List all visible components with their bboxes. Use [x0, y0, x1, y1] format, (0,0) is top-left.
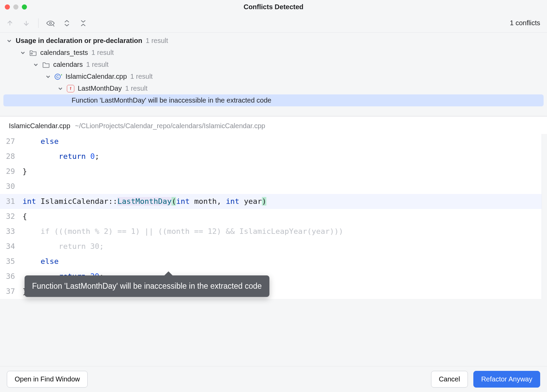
- line-number: 27: [0, 134, 18, 149]
- tree-row-folder[interactable]: calendars 1 result: [0, 59, 547, 71]
- window-title: Conflicts Detected: [0, 3, 547, 11]
- titlebar: Conflicts Detected: [0, 0, 547, 14]
- project-icon: [29, 49, 37, 57]
- svg-text:C: C: [56, 75, 59, 79]
- line-number: 31: [0, 194, 18, 209]
- tree-count: 1 result: [125, 85, 148, 92]
- tree-count: 1 result: [86, 61, 109, 69]
- chevron-down-icon[interactable]: [57, 86, 63, 92]
- code-line: 34 return 30;: [0, 239, 547, 254]
- tree-count: 1 result: [91, 49, 114, 57]
- cancel-button[interactable]: Cancel: [431, 371, 468, 388]
- code-line: 32 {: [0, 209, 547, 224]
- svg-text:+: +: [61, 73, 62, 77]
- code-line-highlighted: 31 int IslamicCalendar::LastMonthDay(int…: [0, 194, 547, 209]
- folder-icon: [42, 61, 50, 69]
- minimize-window-button[interactable]: [13, 4, 18, 10]
- tree-row-function[interactable]: f LastMonthDay 1 result: [0, 82, 547, 94]
- editor-file-name: IslamicCalendar.cpp: [9, 122, 70, 130]
- line-number: 37: [0, 284, 18, 299]
- svg-point-1: [31, 53, 32, 54]
- tree-row-project[interactable]: calendars_tests 1 result: [0, 47, 547, 59]
- line-number: 34: [0, 239, 18, 254]
- collapse-all-icon[interactable]: [79, 19, 88, 28]
- editor-file-path: ~/CLionProjects/Calendar_repo/calendars/…: [75, 122, 265, 130]
- maximize-window-button[interactable]: [22, 4, 27, 10]
- line-number: 36: [0, 269, 18, 284]
- chevron-down-icon[interactable]: [45, 74, 51, 80]
- code-line: 35 else: [0, 254, 547, 269]
- line-number: 29: [0, 164, 18, 179]
- conflict-count: 1 conflicts: [510, 19, 542, 27]
- code-line: 29 }: [0, 164, 547, 179]
- tree-row-file[interactable]: C+ IslamicCalendar.cpp 1 result: [0, 71, 547, 82]
- scrollbar[interactable]: [542, 134, 547, 299]
- tree-label: LastMonthDay: [78, 85, 122, 92]
- editor-header: IslamicCalendar.cpp ~/CLionProjects/Cale…: [0, 117, 547, 134]
- line-number: 32: [0, 209, 18, 224]
- toolbar: 1 conflicts: [0, 14, 547, 33]
- tree-count: 1 result: [146, 37, 168, 45]
- close-window-button[interactable]: [5, 4, 10, 10]
- tree-label: calendars: [53, 61, 83, 69]
- tree-row-root[interactable]: Usage in declaration or pre-declaration …: [0, 35, 547, 47]
- prev-occurrence-icon[interactable]: [5, 19, 14, 28]
- function-icon: f: [67, 85, 74, 92]
- open-in-find-button[interactable]: Open in Find Window: [7, 371, 88, 388]
- toolbar-separator: [38, 18, 39, 28]
- traffic-lights: [5, 4, 27, 10]
- line-number: 30: [0, 179, 18, 194]
- expand-collapse-icon[interactable]: [62, 19, 71, 28]
- next-occurrence-icon[interactable]: [22, 19, 31, 28]
- tree-label: Usage in declaration or pre-declaration: [16, 37, 142, 45]
- refactor-anyway-button[interactable]: Refactor Anyway: [473, 371, 540, 388]
- chevron-down-icon[interactable]: [6, 38, 12, 44]
- tree-label: IslamicCalendar.cpp: [65, 73, 127, 80]
- code-line: 30: [0, 179, 547, 194]
- dialog-footer: Open in Find Window Cancel Refactor Anyw…: [0, 366, 547, 392]
- code-line: 27 else: [0, 134, 547, 149]
- conflict-tooltip: Function 'LastMonthDay' will be inaccess…: [25, 275, 269, 297]
- line-number: 35: [0, 254, 18, 269]
- conflict-tree: Usage in declaration or pre-declaration …: [0, 33, 547, 116]
- conflict-message: Function 'LastMonthDay' will be inaccess…: [72, 96, 271, 104]
- cpp-file-icon: C+: [55, 73, 62, 80]
- chevron-down-icon[interactable]: [33, 62, 39, 68]
- code-line: 33 if (((month % 2) == 1) || ((month == …: [0, 224, 547, 239]
- tree-count: 1 result: [130, 73, 153, 80]
- chevron-down-icon[interactable]: [20, 50, 26, 56]
- editor-body[interactable]: 27 else 28 return 0; 29 } 30 31 int Isla…: [0, 134, 547, 299]
- tree-row-conflict[interactable]: Function 'LastMonthDay' will be inaccess…: [3, 94, 544, 106]
- preview-icon[interactable]: [46, 19, 55, 28]
- code-line: 28 return 0;: [0, 149, 547, 164]
- line-number: 33: [0, 224, 18, 239]
- svg-point-0: [49, 22, 51, 24]
- tree-label: calendars_tests: [40, 49, 88, 57]
- editor-panel: IslamicCalendar.cpp ~/CLionProjects/Cale…: [0, 116, 547, 299]
- line-number: 28: [0, 149, 18, 164]
